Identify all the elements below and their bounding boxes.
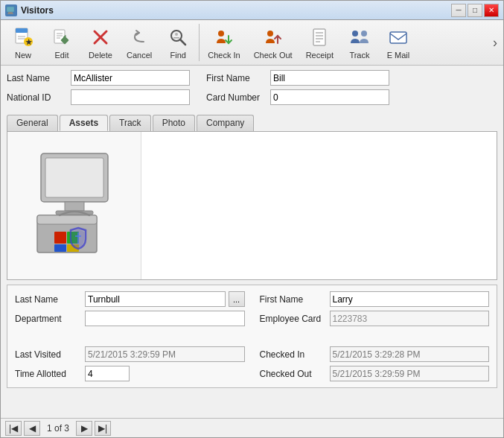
bottom-time-allotted-row: Time Allotted xyxy=(15,366,245,381)
card-number-label: Card Number xyxy=(206,92,266,103)
national-id-input[interactable] xyxy=(71,89,190,105)
bottom-checked-out-input[interactable] xyxy=(330,366,490,381)
top-form-row2: National ID Card Number xyxy=(7,89,497,105)
toolbar-scroll[interactable]: › xyxy=(493,35,500,51)
delete-label: Delete xyxy=(89,51,112,60)
svg-rect-20 xyxy=(173,37,179,39)
track-button[interactable]: Track xyxy=(340,22,379,63)
bottom-department-input[interactable] xyxy=(85,311,245,326)
bottom-department-row: Department xyxy=(15,311,245,326)
email-button[interactable]: E Mail xyxy=(379,22,418,63)
svg-rect-35 xyxy=(65,202,84,211)
new-button[interactable]: ★ New xyxy=(4,22,42,63)
last-name-label: Last Name xyxy=(7,73,66,83)
bottom-checked-in-input[interactable] xyxy=(330,346,490,362)
bottom-first-name-row: First Name xyxy=(260,291,490,307)
separator-1 xyxy=(199,24,200,61)
svg-rect-34 xyxy=(45,158,103,197)
bottom-first-name-input[interactable] xyxy=(330,291,490,307)
find-button[interactable]: Find xyxy=(159,22,197,63)
edit-icon xyxy=(50,25,74,49)
bottom-right-col: First Name Employee Card Checked In Chec… xyxy=(260,291,490,381)
bottom-employee-card-input[interactable] xyxy=(330,311,490,326)
edit-label: Edit xyxy=(55,51,69,60)
bottom-form-grid: Last Name ... Department Last Visited xyxy=(15,291,489,381)
toolbar: ★ New Edit xyxy=(1,20,503,66)
svg-line-18 xyxy=(180,39,185,45)
next-record-button[interactable]: ▶ xyxy=(76,421,92,436)
bottom-time-allotted-label: Time Allotted xyxy=(15,369,82,379)
maximize-button[interactable]: □ xyxy=(468,4,482,17)
bottom-employee-card-row: Employee Card xyxy=(260,311,490,326)
last-name-input[interactable] xyxy=(71,70,190,86)
receipt-icon xyxy=(307,25,331,49)
find-label: Find xyxy=(170,51,186,60)
bottom-last-name-input[interactable] xyxy=(85,291,226,307)
delete-button[interactable]: Delete xyxy=(81,22,120,63)
find-icon xyxy=(166,25,190,49)
top-form-row1: Last Name First Name xyxy=(7,70,497,86)
receipt-label: Receipt xyxy=(306,51,334,60)
receipt-button[interactable]: Receipt xyxy=(299,22,340,63)
bottom-form-section: Last Name ... Department Last Visited xyxy=(7,285,497,388)
prev-record-button[interactable]: ◀ xyxy=(24,421,40,436)
bottom-checked-out-row: Checked Out xyxy=(260,366,490,381)
tab-track[interactable]: Track xyxy=(109,115,151,131)
svg-point-23 xyxy=(267,31,273,36)
minimize-button[interactable]: ─ xyxy=(451,4,466,17)
tab-company[interactable]: Company xyxy=(197,115,254,131)
national-id-label: National ID xyxy=(7,92,66,103)
email-icon xyxy=(386,25,410,49)
svg-rect-32 xyxy=(390,32,406,43)
bottom-last-name-row: Last Name ... xyxy=(15,291,245,307)
svg-rect-4 xyxy=(16,28,28,33)
bottom-last-visited-input[interactable] xyxy=(85,346,245,362)
svg-point-31 xyxy=(361,31,367,36)
edit-button[interactable]: Edit xyxy=(42,22,81,63)
window-title: Visitors xyxy=(21,5,451,16)
tab-content-area xyxy=(7,131,497,280)
svg-point-30 xyxy=(352,31,358,36)
bottom-spacer-row xyxy=(15,330,245,340)
tab-photo[interactable]: Photo xyxy=(153,115,195,131)
email-label: E Mail xyxy=(387,51,410,60)
first-record-button[interactable]: |◀ xyxy=(5,421,22,436)
svg-rect-2 xyxy=(7,13,13,14)
svg-rect-38 xyxy=(37,215,97,224)
card-number-input[interactable] xyxy=(270,89,389,105)
bottom-time-allotted-input[interactable] xyxy=(85,366,130,381)
bottom-employee-card-label: Employee Card xyxy=(260,314,327,324)
close-button[interactable]: ✕ xyxy=(484,4,499,17)
bottom-checked-in-label: Checked In xyxy=(260,349,327,360)
checkin-button[interactable]: Check In xyxy=(201,22,246,63)
asset-icon-panel xyxy=(7,132,141,279)
bottom-last-name-label: Last Name xyxy=(15,294,82,305)
content-area: Last Name First Name National ID Card Nu… xyxy=(1,66,503,418)
tab-assets[interactable]: Assets xyxy=(60,115,108,131)
new-label: New xyxy=(15,51,31,60)
bottom-left-col: Last Name ... Department Last Visited xyxy=(15,291,245,381)
title-buttons: ─ □ ✕ xyxy=(451,4,499,17)
bottom-department-label: Department xyxy=(15,314,82,324)
last-record-button[interactable]: ▶| xyxy=(95,421,111,436)
nav-controls: |◀ ◀ 1 of 3 ▶ ▶| xyxy=(5,421,111,436)
svg-point-19 xyxy=(175,33,178,36)
window-icon xyxy=(5,4,17,16)
first-name-label: First Name xyxy=(206,73,266,83)
svg-rect-25 xyxy=(313,29,325,45)
checkout-icon xyxy=(261,25,285,49)
cancel-button[interactable]: Cancel xyxy=(120,22,159,63)
checkout-button[interactable]: Check Out xyxy=(247,22,299,63)
delete-icon xyxy=(89,25,112,49)
track-icon xyxy=(348,25,371,49)
bottom-last-visited-row: Last Visited xyxy=(15,346,245,362)
svg-rect-1 xyxy=(8,12,13,13)
bottom-checked-in-row: Checked In xyxy=(260,346,490,362)
asset-detail-panel xyxy=(141,132,497,279)
track-label: Track xyxy=(349,51,369,60)
tab-general[interactable]: General xyxy=(7,115,58,131)
browse-button[interactable]: ... xyxy=(229,291,245,307)
checkin-icon xyxy=(212,25,236,49)
first-name-input[interactable] xyxy=(270,70,389,86)
checkin-label: Check In xyxy=(208,51,240,60)
